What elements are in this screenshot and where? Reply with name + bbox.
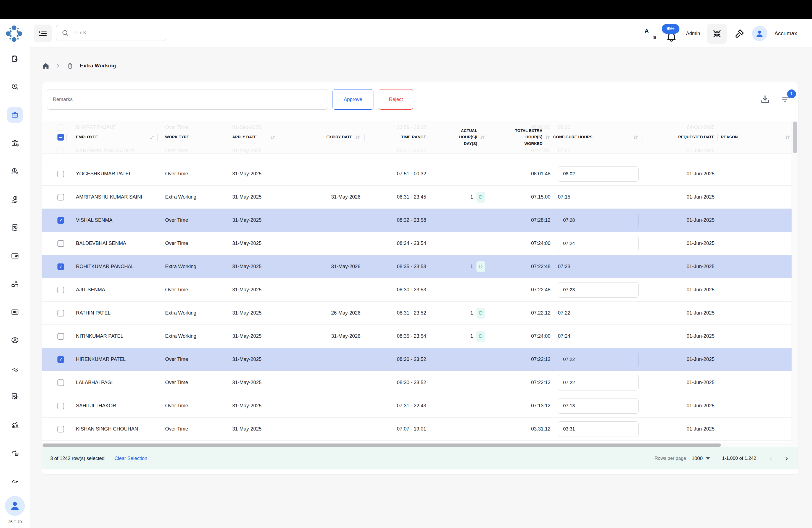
sidebar-item-contacts[interactable] (0, 326, 30, 354)
theme-brush-button[interactable] (734, 28, 745, 39)
rows-per-page-select[interactable]: 1000 (692, 456, 710, 461)
person-icon (755, 29, 764, 39)
configure-hours-input[interactable] (558, 352, 639, 367)
configure-hours-input[interactable] (558, 236, 639, 251)
sidebar-item-loans[interactable]: $ (0, 185, 30, 214)
total-extra-hours: 07:22:12 (489, 348, 553, 371)
row-checkbox[interactable] (57, 171, 64, 177)
sidebar-item-wallet[interactable] (0, 241, 30, 270)
row-checkbox[interactable] (57, 379, 64, 386)
column-header-configure[interactable]: CONFIGURE HOURS (553, 121, 642, 153)
column-header-total_extra[interactable]: TOTAL EXTRAHOUR(S)WORKED (489, 121, 553, 153)
table-row[interactable]: ✓ VISHAL SENMA Over Time 31-May-2025 08:… (42, 209, 792, 232)
configure-hours-input[interactable] (558, 398, 639, 414)
column-header-employee[interactable]: EMPLOYEE (67, 121, 158, 153)
column-header-apply_date[interactable]: APPLY DATE (224, 121, 279, 153)
table-row[interactable]: KISHAN SINGH CHOUHAN Over Time 31-May-20… (42, 417, 792, 441)
sidebar-item-contracts[interactable] (0, 382, 30, 411)
actual-hours-days: 1D (429, 255, 489, 278)
row-checkbox[interactable] (57, 240, 64, 247)
expiry-date: 26-May-2026 (279, 302, 365, 324)
table-row[interactable]: ✓ ROHITKUMAR PANCHAL Extra Working 31-Ma… (42, 255, 792, 278)
actual-hours-days (429, 162, 489, 185)
horizontal-scrollbar-thumb[interactable] (43, 443, 721, 447)
horizontal-scrollbar[interactable] (42, 443, 798, 448)
sidebar-item-time-request[interactable] (0, 73, 30, 101)
user-avatar[interactable] (752, 26, 767, 41)
previous-page-button[interactable]: ‹ (769, 454, 772, 463)
sidebar-item-extra-working[interactable] (0, 101, 30, 129)
row-checkbox[interactable] (57, 333, 64, 340)
configure-hours-input[interactable] (558, 421, 639, 437)
table-row[interactable]: BALDEVBHAI SENMA Over Time 31-May-2025 0… (42, 232, 792, 255)
column-header-actual[interactable]: ACTUALHOUR(S)/DAY(S) (429, 121, 489, 153)
expiry-date (279, 371, 365, 394)
row-checkbox[interactable]: ✓ (57, 217, 64, 224)
row-checkbox[interactable] (57, 426, 64, 432)
sidebar-item-work-orders[interactable] (0, 44, 30, 73)
table-row[interactable]: NITINKUMAR PATEL Extra Working 31-May-20… (42, 325, 792, 348)
row-checkbox[interactable] (57, 310, 64, 317)
sidebar-item-payout-settings[interactable]: $ (0, 157, 30, 185)
search-input[interactable] (73, 30, 157, 36)
vertical-scrollbar-thumb[interactable] (793, 121, 797, 153)
remarks-input[interactable] (47, 89, 328, 109)
work-type: Over Time (158, 162, 224, 185)
next-page-button[interactable]: › (785, 454, 788, 463)
wallet-icon (7, 248, 23, 263)
table-row[interactable]: SAHILJI THAKOR Over Time 31-May-2025 07:… (42, 394, 792, 417)
table-row[interactable]: AMRITANSHU KUMAR SAINI Extra Working 31-… (42, 186, 792, 209)
configure-hours-input[interactable] (558, 375, 639, 391)
reject-button[interactable]: Reject (379, 89, 413, 109)
table-row[interactable]: RATHIN PATEL Extra Working 31-May-2025 2… (42, 302, 792, 325)
table-row[interactable]: AJIT SENMA Over Time 31-May-2025 08:30 -… (42, 278, 792, 302)
table-row[interactable]: LALABHAI PAGI Over Time 31-May-2025 08:3… (42, 371, 792, 394)
configure-hours-input[interactable] (558, 166, 639, 182)
column-header-expiry_date[interactable]: EXPIRY DATE (279, 121, 365, 153)
sidebar-nav: $$ (0, 44, 30, 495)
column-header-reason[interactable]: REASON (717, 121, 792, 153)
sidebar-item-dashboard[interactable] (0, 467, 30, 495)
notifications-button[interactable]: 99+ (663, 24, 681, 44)
language-translate-icon[interactable]: Aअ (644, 28, 656, 40)
sidebar-item-transactions[interactable] (0, 439, 30, 467)
apply-date: 31-May-2025 (224, 255, 279, 278)
configure-hours-cell: 07:23 (553, 255, 642, 278)
sidebar-item-reports[interactable] (0, 411, 30, 439)
global-search[interactable] (56, 25, 166, 41)
home-icon[interactable] (42, 62, 49, 70)
table-row[interactable]: ✓ HIRENKUMAR PATEL Over Time 31-May-2025… (42, 348, 792, 371)
row-checkbox[interactable] (57, 287, 64, 293)
sidebar-item-tax-receipts[interactable] (0, 214, 30, 241)
table-row[interactable]: YOGESHKUMAR PATEL Over Time 31-May-2025 … (42, 162, 792, 186)
sidebar-item-ramp[interactable] (0, 354, 30, 382)
row-checkbox[interactable]: ✓ (57, 356, 64, 363)
row-checkbox[interactable]: ✓ (57, 263, 64, 270)
sidebar-user-avatar[interactable] (5, 496, 25, 516)
approve-button[interactable]: Approve (333, 89, 373, 109)
configure-hours-input[interactable] (558, 212, 639, 228)
sidebar-toggle-button[interactable] (34, 25, 52, 42)
sort-icon (545, 134, 550, 140)
configure-hours-input[interactable] (558, 282, 639, 298)
app-bar: Aअ 99+ Admin Accumax (0, 19, 812, 48)
app-logo-icon[interactable] (5, 24, 24, 43)
clock-plus-icon (7, 79, 23, 94)
sort-icon (633, 134, 639, 140)
actual-hours-days (429, 209, 489, 232)
apply-date: 31-May-2025 (224, 186, 279, 208)
sidebar-item-devices[interactable] (0, 298, 30, 326)
sidebar-item-employee-travel[interactable] (0, 270, 30, 298)
row-checkbox[interactable] (57, 194, 64, 201)
sidebar-item-organization[interactable] (0, 129, 30, 157)
apply-date: 31-May-2025 (224, 417, 279, 440)
table-row[interactable] (42, 441, 792, 443)
clear-selection-link[interactable]: Clear Selection (115, 456, 147, 461)
row-checkbox[interactable] (57, 402, 64, 409)
fullscreen-toggle-button[interactable] (707, 24, 727, 44)
reason (717, 371, 792, 394)
requested-date: 01-Jun-2025 (642, 371, 717, 394)
download-button[interactable] (758, 92, 772, 107)
select-all-checkbox[interactable] (57, 134, 64, 141)
vertical-scrollbar[interactable] (792, 121, 798, 443)
